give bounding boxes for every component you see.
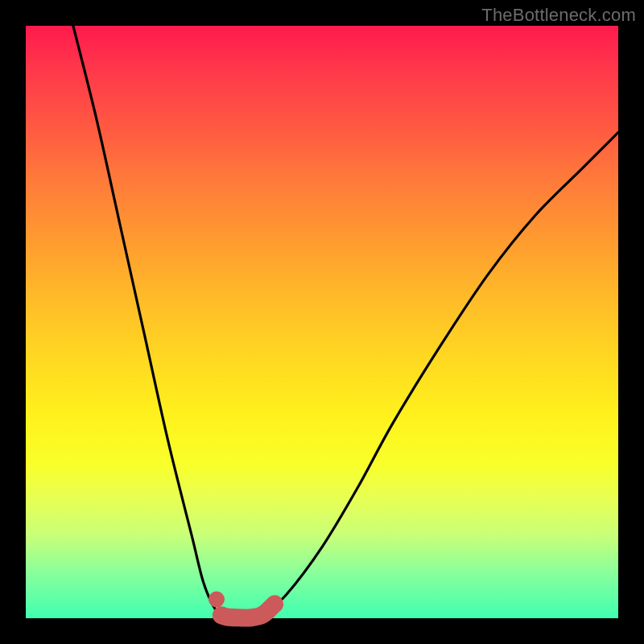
chart-svg: [26, 26, 618, 618]
chart-frame: TheBottleneck.com: [0, 0, 644, 644]
watermark-text: TheBottleneck.com: [481, 5, 636, 26]
plot-area: [26, 26, 618, 618]
curve-left-branch: [73, 26, 225, 615]
highlight-dot: [208, 591, 225, 607]
curve-right-branch: [262, 132, 618, 615]
highlight-bottom: [221, 604, 275, 617]
